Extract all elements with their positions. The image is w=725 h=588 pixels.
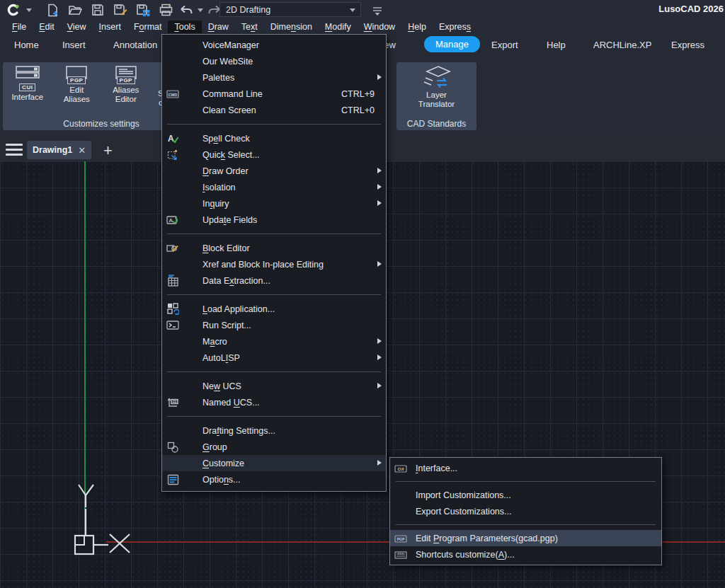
svg-text:PGP: PGP — [397, 536, 405, 541]
lusocad-window: { "app": { "title": "LusoCAD 2026", "wor… — [0, 0, 725, 588]
options-icon — [166, 473, 180, 485]
menu-view[interactable]: View — [61, 21, 93, 33]
menu-help[interactable]: Help — [401, 21, 433, 33]
submenu-item-import-customizations[interactable]: Import Customizations... — [390, 487, 661, 503]
menu-item-autolisp[interactable]: AutoLISP — [162, 350, 386, 366]
app-title: LusoCAD 2026 — [658, 4, 724, 14]
submenu-arrow-icon — [377, 74, 382, 80]
save-icon — [91, 4, 104, 16]
aliases-editor-button[interactable]: PGP Aliases Editor — [106, 65, 146, 108]
submenu-arrow-icon — [377, 460, 382, 466]
menu-modify[interactable]: Modify — [319, 21, 358, 33]
panel-title: CAD Standards — [396, 119, 476, 129]
save-all-button[interactable] — [132, 1, 154, 18]
update-fields-icon: A — [166, 214, 180, 226]
menu-separator — [396, 481, 656, 482]
menu-item-block-editor[interactable]: Block Editor — [162, 240, 386, 256]
menu-item-our-website[interactable]: Our WebSite — [162, 53, 386, 69]
submenu-item-export-customizations[interactable]: Export Customizations... — [390, 503, 661, 519]
menu-item-palettes[interactable]: Palettes — [162, 69, 386, 86]
button-label: Aliases Editor — [113, 86, 139, 104]
ribbon-tab-manage[interactable]: Manage — [424, 36, 480, 52]
menu-item-voicemanager[interactable]: VoiceManager — [162, 37, 386, 53]
menu-item-macro[interactable]: Macro — [162, 333, 386, 350]
pgp-badge: PGP — [67, 76, 86, 84]
menu-item-new-ucs[interactable]: New UCS — [162, 378, 386, 394]
submenu-arrow-icon — [377, 168, 382, 173]
menu-item-options[interactable]: Options... — [162, 471, 386, 488]
submenu-item-shortcuts-customize[interactable]: Shortcuts customize(A)... — [390, 546, 661, 563]
ribbon-tab-express[interactable]: Express — [671, 40, 704, 50]
menu-item-command-line[interactable]: CMD Command LineCTRL+9 — [162, 86, 386, 102]
menu-tools[interactable]: Tools — [168, 21, 201, 33]
menu-item-xref-inplace-editing[interactable]: Xref and Block In-place Editing — [162, 256, 386, 272]
menu-item-quick-select[interactable]: Quick Select... — [162, 146, 386, 163]
menu-dimension[interactable]: Dimension — [264, 21, 319, 33]
print-button[interactable] — [154, 1, 177, 18]
layer-translator-icon — [421, 65, 452, 89]
menu-express[interactable]: Express — [433, 21, 477, 33]
menu-edit[interactable]: Edit — [33, 21, 61, 33]
workspace-select[interactable]: 2D Drafting — [219, 2, 361, 17]
new-file-button[interactable] — [41, 1, 64, 18]
save-button[interactable] — [86, 1, 109, 18]
save-as-button[interactable] — [109, 1, 132, 18]
menu-item-group[interactable]: Group — [162, 439, 386, 455]
menu-item-update-fields[interactable]: A Update Fields — [162, 212, 386, 228]
submenu-arrow-icon — [377, 338, 382, 344]
data-extraction-icon — [166, 275, 180, 287]
ucs-y-glyph — [79, 485, 93, 507]
menu-item-run-script[interactable]: Run Script... — [162, 317, 386, 333]
drawing-tab-label: Drawing1 — [33, 145, 72, 155]
menu-item-data-extraction[interactable]: Data Extraction... — [162, 272, 386, 289]
run-script-icon — [166, 319, 180, 331]
submenu-arrow-icon — [377, 200, 382, 206]
ribbon-tab-help[interactable]: Help — [547, 40, 566, 50]
menu-draw[interactable]: Draw — [202, 21, 235, 33]
menu-window[interactable]: Window — [358, 21, 401, 33]
app-logo-dropdown[interactable] — [23, 1, 35, 18]
new-drawing-button[interactable]: + — [103, 142, 113, 160]
layer-translator-button[interactable]: Layer Translator — [409, 65, 465, 109]
menu-item-spell-check[interactable]: A Spell Check — [162, 130, 386, 146]
menu-separator — [167, 416, 381, 417]
menubar-toggle-button[interactable] — [370, 2, 385, 19]
workspace-value: 2D Drafting — [226, 5, 270, 15]
menu-item-load-application[interactable]: Load Application... — [162, 301, 386, 317]
menu-separator — [167, 371, 381, 372]
drawing-tab[interactable]: Drawing1 ✕ — [27, 141, 91, 159]
menu-item-isolation[interactable]: Isolation — [162, 179, 386, 195]
shortcut-label: CTRL+0 — [341, 105, 375, 115]
menubar-toggle-icon — [372, 5, 383, 16]
menu-item-drafting-settings[interactable]: Drafting Settings... — [162, 422, 386, 439]
menu-file[interactable]: File — [6, 21, 33, 33]
chevron-down-icon — [350, 8, 355, 12]
ribbon-tab-home[interactable]: Home — [14, 40, 39, 50]
app-logo[interactable] — [4, 1, 23, 18]
ribbon-tab-archline[interactable]: ARCHLine.XP — [593, 40, 651, 50]
menu-item-clean-screen[interactable]: Clean ScreenCTRL+0 — [162, 102, 386, 118]
quick-select-icon — [166, 149, 180, 161]
interface-button[interactable]: CUI Interface — [8, 65, 47, 108]
menu-insert[interactable]: Insert — [93, 21, 127, 33]
undo-icon — [179, 4, 193, 16]
drawings-menu-button[interactable] — [6, 144, 23, 156]
open-file-button[interactable] — [64, 1, 86, 18]
save-all-icon — [136, 4, 150, 16]
submenu-item-interface[interactable]: CUI Interface... — [390, 460, 661, 476]
menu-text[interactable]: Text — [235, 21, 264, 33]
menu-format[interactable]: Format — [127, 21, 169, 33]
ribbon-tab-annotation[interactable]: Annotation — [113, 40, 157, 50]
menu-item-draw-order[interactable]: Draw Order — [162, 163, 386, 179]
undo-button[interactable] — [177, 1, 195, 18]
ribbon-tab-export[interactable]: Export — [491, 40, 518, 50]
submenu-item-edit-program-parameters[interactable]: PGP Edit Program Parameters(gcad.pgp) — [390, 530, 661, 546]
menu-item-inquiry[interactable]: Inquiry — [162, 195, 386, 212]
ribbon-tab-insert[interactable]: Insert — [62, 40, 86, 50]
close-icon[interactable]: ✕ — [78, 145, 86, 156]
menu-item-named-ucs[interactable]: Named UCS... — [162, 394, 386, 410]
menu-item-customize[interactable]: Customize — [162, 455, 386, 471]
undo-dropdown[interactable] — [195, 1, 205, 18]
cui-badge: CUI — [19, 83, 35, 91]
edit-aliases-button[interactable]: PGP Edit Aliases — [57, 65, 96, 108]
